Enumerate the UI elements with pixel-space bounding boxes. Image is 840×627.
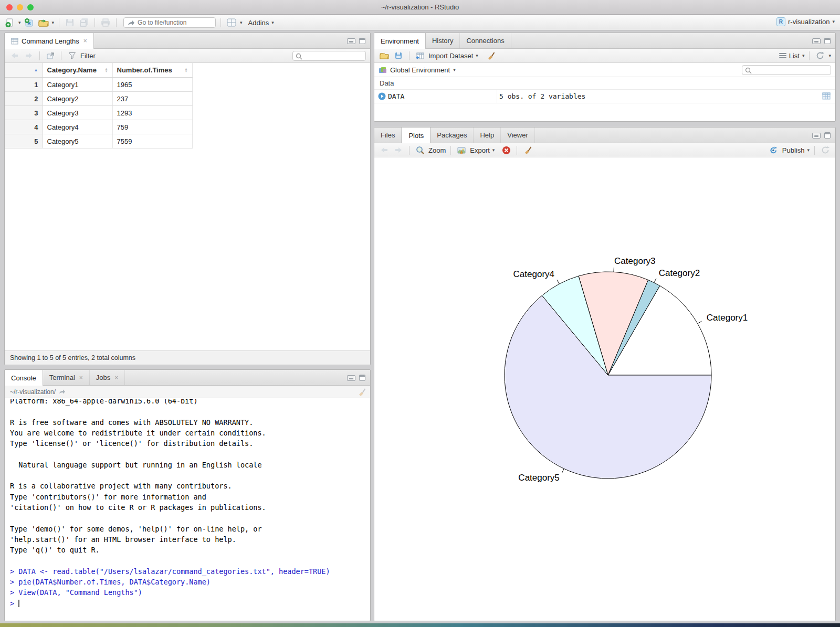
clear-console-icon[interactable] — [358, 388, 366, 398]
minimize-pane-button[interactable] — [812, 133, 821, 139]
view-table-icon[interactable] — [822, 92, 831, 100]
list-view-icon[interactable] — [779, 52, 786, 59]
open-in-new-window-icon[interactable] — [45, 50, 56, 61]
zoom-plot-label[interactable]: Zoom — [428, 146, 446, 154]
close-tab-icon[interactable]: × — [114, 374, 118, 381]
tab-files[interactable]: Files — [374, 127, 402, 143]
addins-menu[interactable]: Addins — [248, 19, 269, 27]
row-number: 4 — [5, 120, 43, 134]
close-tab-icon[interactable]: × — [79, 374, 83, 381]
expand-object-icon[interactable] — [378, 92, 386, 100]
import-dataset-icon[interactable] — [414, 50, 426, 61]
column-divider — [497, 90, 497, 103]
tab-viewer[interactable]: Viewer — [501, 127, 535, 143]
console-output[interactable]: Platform: x86_64-apple-darwin15.6.0 (64-… — [5, 399, 370, 621]
environment-search-input[interactable] — [754, 66, 827, 74]
minimize-pane-button[interactable] — [347, 375, 355, 381]
viewer-search-box[interactable] — [292, 51, 366, 61]
tab-connections[interactable]: Connections — [460, 33, 511, 48]
export-plot-icon[interactable] — [456, 144, 467, 156]
refresh-icon[interactable] — [814, 50, 826, 61]
refresh-caret-icon[interactable]: ▾ — [828, 54, 831, 58]
maximize-pane-button[interactable] — [824, 38, 831, 44]
column-header-category-name[interactable]: Category.Name▲▼ — [43, 63, 112, 78]
console-pane: Console Terminal× Jobs× ~/r-visualizatio… — [4, 369, 371, 621]
environment-search-box[interactable] — [742, 65, 831, 75]
tab-history[interactable]: History — [426, 33, 460, 48]
tab-jobs[interactable]: Jobs× — [90, 370, 125, 385]
import-dataset-caret-icon[interactable]: ▾ — [476, 54, 478, 58]
project-name: r-visualization — [788, 18, 830, 26]
minimize-pane-button[interactable] — [812, 38, 821, 44]
tab-console[interactable]: Console — [5, 370, 43, 386]
export-plot-label[interactable]: Export — [470, 146, 490, 154]
maximize-pane-button[interactable] — [359, 375, 365, 381]
tab-environment[interactable]: Environment — [374, 33, 426, 49]
environment-scope-label[interactable]: Global Environment — [390, 66, 450, 74]
refresh-plot-icon[interactable] — [820, 144, 831, 156]
close-tab-icon[interactable]: × — [83, 37, 87, 45]
load-workspace-icon[interactable] — [379, 50, 390, 61]
toolbar-separator — [450, 146, 451, 155]
console-workdir-bar: ~/r-visualization/ — [5, 386, 370, 398]
minimize-pane-button[interactable] — [347, 38, 355, 44]
save-workspace-icon[interactable] — [393, 50, 404, 61]
previous-plot-icon[interactable] — [379, 144, 390, 156]
open-file-icon[interactable] — [38, 17, 49, 28]
back-icon[interactable] — [9, 50, 20, 61]
open-file-caret-icon[interactable]: ▾ — [52, 20, 55, 25]
goto-file-box[interactable] — [123, 17, 216, 28]
project-caret-icon: ▾ — [832, 19, 835, 24]
sort-icons[interactable]: ▲▼ — [105, 68, 108, 73]
zoom-plot-icon[interactable] — [414, 144, 426, 156]
tab-help[interactable]: Help — [474, 127, 501, 143]
table-row[interactable]: 3Category31293 — [5, 106, 192, 120]
table-row[interactable]: 2Category2237 — [5, 92, 192, 106]
print-icon[interactable] — [100, 17, 111, 28]
clear-all-plots-icon[interactable] — [522, 144, 533, 156]
tab-command-lengths[interactable]: Command Lengths × — [5, 33, 94, 49]
sort-icons[interactable]: ▲▼ — [185, 68, 188, 73]
forward-icon[interactable] — [23, 50, 35, 61]
console-prompt-line[interactable]: > — [10, 598, 370, 609]
next-plot-icon[interactable] — [393, 144, 404, 156]
clear-environment-icon[interactable] — [485, 50, 497, 61]
table-row[interactable]: 5Category57559 — [5, 134, 192, 148]
pane-layout-icon[interactable] — [226, 17, 237, 28]
new-file-icon[interactable] — [4, 17, 16, 28]
remove-plot-icon[interactable] — [500, 144, 512, 156]
environment-scope-caret-icon[interactable]: ▾ — [453, 68, 456, 72]
filter-label[interactable]: Filter — [80, 52, 96, 60]
goto-directory-icon[interactable] — [59, 389, 66, 395]
publish-icon[interactable] — [768, 144, 780, 156]
table-row[interactable]: 4Category4759 — [5, 120, 192, 134]
table-row[interactable]: 1Category11965 — [5, 78, 192, 92]
addins-caret-icon[interactable]: ▾ — [271, 20, 274, 25]
import-dataset-label[interactable]: Import Dataset — [428, 52, 473, 60]
maximize-pane-button[interactable] — [824, 132, 831, 139]
environment-scope-row: Global Environment ▾ — [374, 63, 835, 77]
pane-layout-caret-icon[interactable]: ▾ — [240, 20, 243, 25]
project-chooser[interactable]: R r-visualization ▾ — [776, 17, 835, 26]
publish-label[interactable]: Publish — [782, 146, 805, 154]
filter-icon[interactable] — [66, 50, 78, 61]
publish-caret-icon[interactable]: ▾ — [807, 148, 810, 153]
pie-label-Category2: Category2 — [659, 268, 700, 278]
maximize-pane-button[interactable] — [359, 38, 365, 44]
new-project-icon[interactable]: R — [24, 17, 35, 28]
list-view-caret-icon[interactable]: ▾ — [802, 54, 805, 58]
environment-object-row[interactable]: DATA 5 obs. of 2 variables — [374, 90, 835, 103]
row-number-header[interactable]: ▲ — [5, 63, 43, 78]
tab-terminal[interactable]: Terminal× — [43, 370, 90, 385]
new-file-caret-icon[interactable]: ▾ — [18, 20, 21, 25]
save-icon[interactable] — [64, 17, 76, 28]
goto-file-input[interactable] — [138, 18, 214, 27]
save-all-icon[interactable] — [78, 17, 90, 28]
tab-plots[interactable]: Plots — [402, 127, 430, 143]
viewer-search-input[interactable] — [304, 52, 362, 60]
column-header-number-of-times[interactable]: Number.of.Times▲▼ — [112, 63, 192, 78]
export-plot-caret-icon[interactable]: ▾ — [492, 148, 495, 153]
tab-packages[interactable]: Packages — [430, 127, 474, 143]
cell-category-name: Category3 — [43, 106, 112, 120]
list-view-label[interactable]: List — [789, 52, 800, 60]
